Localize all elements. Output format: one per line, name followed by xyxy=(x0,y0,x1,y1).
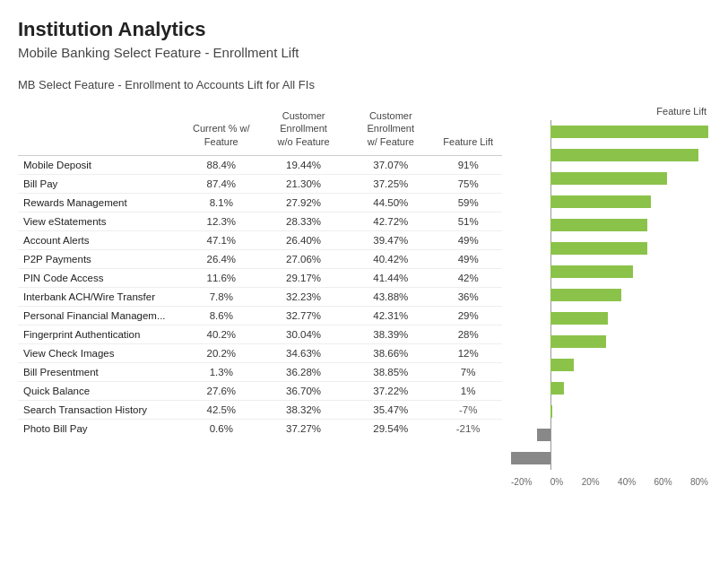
chart-bar-row xyxy=(511,167,710,190)
data-cell: 37.27% xyxy=(260,419,347,438)
data-cell: 27.92% xyxy=(260,193,347,212)
chart-section: Feature Lift -20%0%20%40%60%80% xyxy=(502,106,710,487)
positive-bar xyxy=(550,149,698,161)
data-cell: 7.8% xyxy=(183,287,260,306)
chart-bar-row xyxy=(511,213,710,237)
page-subtitle: Mobile Banking Select Feature - Enrollme… xyxy=(18,45,710,60)
data-cell: 26.40% xyxy=(260,230,347,249)
x-axis-label: 40% xyxy=(618,477,636,487)
chart-bar-row xyxy=(511,423,710,447)
data-cell: 40.42% xyxy=(347,249,434,268)
x-axis-label: -20% xyxy=(511,477,532,487)
feature-name-cell: Rewards Management xyxy=(18,193,183,212)
data-cell: 38.85% xyxy=(347,362,434,381)
x-axis-label: 0% xyxy=(550,477,563,487)
data-cell: 49% xyxy=(434,230,502,249)
data-cell: 30.04% xyxy=(260,325,347,343)
chart-bar-row xyxy=(511,260,710,283)
positive-bar xyxy=(550,335,606,348)
positive-bar xyxy=(550,289,621,301)
chart-bar-row xyxy=(511,330,710,353)
data-cell: 8.1% xyxy=(183,193,260,212)
data-cell: 51% xyxy=(434,212,502,230)
data-cell: 7% xyxy=(434,362,502,381)
positive-bar xyxy=(550,242,647,255)
feature-name-cell: Account Alerts xyxy=(18,230,183,249)
axis-line xyxy=(550,423,551,447)
table-row: Search Transaction History42.5%38.32%35.… xyxy=(18,400,502,419)
col-header-enrollment-without: CustomerEnrollmentw/o Feature xyxy=(260,106,347,155)
x-axis-label: 80% xyxy=(690,477,708,487)
data-cell: 36.28% xyxy=(260,362,347,381)
data-cell: 43.88% xyxy=(347,287,434,306)
table-row: Fingerprint Authentication40.2%30.04%38.… xyxy=(18,325,502,343)
col-header-feature xyxy=(18,106,183,155)
table-row: PIN Code Access11.6%29.17%41.44%42% xyxy=(18,268,502,287)
col-header-feature-lift: Feature Lift xyxy=(434,106,502,155)
data-cell: 42.5% xyxy=(183,400,260,419)
data-cell: 47.1% xyxy=(183,230,260,249)
data-cell: 1.3% xyxy=(183,362,260,381)
chart-bar-row xyxy=(511,190,710,213)
content-area: Current % w/Feature CustomerEnrollmentw/… xyxy=(18,106,710,487)
feature-name-cell: Bill Pay xyxy=(18,174,183,193)
data-cell: 36% xyxy=(434,287,502,306)
data-cell: 29% xyxy=(434,306,502,325)
table-row: Mobile Deposit88.4%19.44%37.07%91% xyxy=(18,155,502,174)
positive-bar xyxy=(550,265,633,278)
table-row: Photo Bill Pay0.6%37.27%29.54%-21% xyxy=(18,419,502,438)
feature-name-cell: Mobile Deposit xyxy=(18,155,183,174)
data-cell: 26.4% xyxy=(183,249,260,268)
feature-name-cell: P2P Payments xyxy=(18,249,183,268)
data-cell: 27.06% xyxy=(260,249,347,268)
chart-bar-row xyxy=(511,237,710,260)
table-row: Quick Balance27.6%36.70%37.22%1% xyxy=(18,381,502,400)
data-cell: 28.33% xyxy=(260,212,347,230)
data-cell: 91% xyxy=(434,155,502,174)
page-title: Institution Analytics xyxy=(18,18,710,41)
data-cell: 21.30% xyxy=(260,174,347,193)
data-cell: 1% xyxy=(434,381,502,400)
data-cell: 37.25% xyxy=(347,174,434,193)
data-cell: 20.2% xyxy=(183,343,260,362)
positive-bar xyxy=(550,312,608,325)
chart-rows xyxy=(511,120,710,470)
data-cell: -7% xyxy=(434,400,502,419)
data-cell: 28% xyxy=(434,325,502,343)
feature-name-cell: Fingerprint Authentication xyxy=(18,325,183,343)
data-cell: 12% xyxy=(434,343,502,362)
negative-bar xyxy=(537,429,550,441)
col-header-current-pct: Current % w/Feature xyxy=(183,106,260,155)
data-cell: 0.6% xyxy=(183,419,260,438)
page-container: Institution Analytics Mobile Banking Sel… xyxy=(18,18,710,487)
chart-bar-row xyxy=(511,377,710,400)
data-cell: 35.47% xyxy=(347,400,434,419)
data-cell: 32.77% xyxy=(260,306,347,325)
chart-wrapper: -20%0%20%40%60%80% xyxy=(511,120,710,487)
data-cell: 88.4% xyxy=(183,155,260,174)
data-cell: 36.70% xyxy=(260,381,347,400)
data-cell: 12.3% xyxy=(183,212,260,230)
feature-name-cell: Bill Presentment xyxy=(18,362,183,381)
feature-name-cell: Photo Bill Pay xyxy=(18,419,183,438)
data-cell: 38.32% xyxy=(260,400,347,419)
data-cell: 42.72% xyxy=(347,212,434,230)
section-title: MB Select Feature - Enrollment to Accoun… xyxy=(18,78,710,91)
data-cell: 38.39% xyxy=(347,325,434,343)
data-cell: 37.07% xyxy=(347,155,434,174)
data-cell: 87.4% xyxy=(183,174,260,193)
table-row: Interbank ACH/Wire Transfer7.8%32.23%43.… xyxy=(18,287,502,306)
chart-bar-row xyxy=(511,353,710,377)
data-cell: -21% xyxy=(434,419,502,438)
data-cell: 38.66% xyxy=(347,343,434,362)
table-row: Rewards Management8.1%27.92%44.50%59% xyxy=(18,193,502,212)
data-cell: 59% xyxy=(434,193,502,212)
positive-bar xyxy=(550,219,647,231)
table-row: P2P Payments26.4%27.06%40.42%49% xyxy=(18,249,502,268)
data-cell: 34.63% xyxy=(260,343,347,362)
chart-bar-row xyxy=(511,283,710,307)
chart-bar-row xyxy=(511,143,710,167)
data-cell: 49% xyxy=(434,249,502,268)
table-row: View Check Images20.2%34.63%38.66%12% xyxy=(18,343,502,362)
table-row: View eStatements12.3%28.33%42.72%51% xyxy=(18,212,502,230)
